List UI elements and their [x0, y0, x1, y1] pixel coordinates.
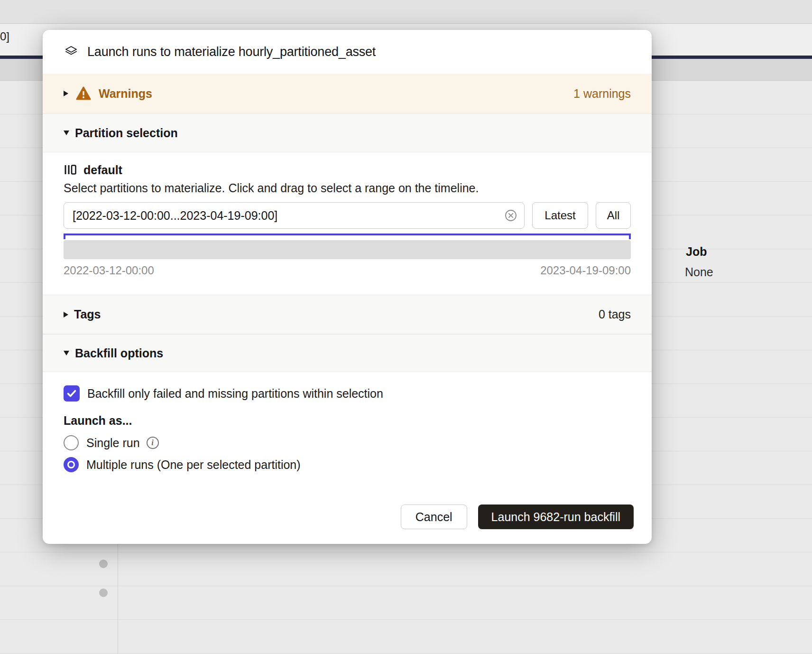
timeline-selection-bracket — [64, 234, 631, 239]
single-run-radio[interactable] — [64, 435, 79, 450]
chevron-right-icon — [64, 312, 68, 318]
single-run-label: Single run — [86, 436, 140, 450]
info-icon[interactable]: i — [147, 437, 159, 449]
backfill-only-failed-label: Backfill only failed and missing partiti… — [87, 387, 383, 401]
partition-dimension-icon — [64, 163, 77, 177]
partition-selection-controls: Latest All — [64, 202, 631, 229]
timeline-bar[interactable] — [64, 240, 631, 259]
partition-selection-section-header[interactable]: Partition selection — [43, 113, 652, 152]
backfill-only-failed-row: Backfill only failed and missing partiti… — [64, 385, 631, 402]
multiple-runs-option-row: Multiple runs (One per selected partitio… — [64, 457, 631, 472]
launch-backfill-dialog: Launch runs to materialize hourly_partit… — [43, 30, 652, 544]
multiple-runs-radio[interactable] — [64, 457, 79, 472]
warnings-count: 1 warnings — [573, 87, 631, 101]
dialog-header: Launch runs to materialize hourly_partit… — [43, 30, 652, 74]
backfill-options-content: Backfill only failed and missing partiti… — [43, 372, 652, 490]
background-row-dot — [99, 589, 108, 597]
partition-dimension-name: default — [83, 163, 122, 177]
timeline-range-labels: 2022-03-12-00:00 2023-04-19-09:00 — [64, 264, 631, 277]
timeline-start-label: 2022-03-12-00:00 — [64, 264, 154, 277]
backfill-options-section-header[interactable]: Backfill options — [43, 334, 652, 372]
backfill-options-label: Backfill options — [75, 346, 163, 360]
warning-triangle-icon — [76, 86, 91, 101]
background-job-value: None — [685, 265, 713, 279]
all-button[interactable]: All — [596, 202, 631, 229]
launch-as-label: Launch as... — [64, 414, 631, 429]
partition-selection-description: Select partitions to materialize. Click … — [64, 181, 631, 196]
warnings-label: Warnings — [99, 87, 152, 101]
asset-layers-icon — [64, 44, 79, 59]
background-row-dot — [99, 560, 108, 568]
clear-selection-icon[interactable] — [504, 208, 518, 223]
partition-selection-label: Partition selection — [75, 126, 178, 140]
tags-count: 0 tags — [599, 308, 631, 321]
partition-dimension-row: default — [64, 163, 631, 177]
partition-range-input-wrap — [64, 202, 525, 229]
tags-label: Tags — [74, 308, 101, 321]
latest-button[interactable]: Latest — [532, 202, 588, 229]
chevron-right-icon — [64, 91, 68, 96]
backfill-only-failed-checkbox[interactable] — [64, 385, 80, 402]
single-run-option-row: Single run i — [64, 435, 631, 450]
timeline-end-label: 2023-04-19-09:00 — [540, 264, 631, 277]
background-job-label: Job — [686, 245, 707, 259]
tags-section-header[interactable]: Tags 0 tags — [43, 295, 652, 334]
multiple-runs-label: Multiple runs (One per selected partitio… — [86, 458, 301, 472]
warnings-section-header[interactable]: Warnings 1 warnings — [43, 74, 652, 113]
partition-selection-content: default Select partitions to materialize… — [43, 152, 652, 295]
dialog-title: Launch runs to materialize hourly_partit… — [87, 45, 376, 59]
dialog-footer: Cancel Launch 9682-run backfill — [43, 490, 652, 544]
partition-range-input[interactable] — [64, 202, 525, 229]
cancel-button[interactable]: Cancel — [401, 505, 467, 529]
background-clipped-text: 0] — [0, 30, 9, 43]
background-top-row — [0, 0, 812, 24]
launch-backfill-button[interactable]: Launch 9682-run backfill — [478, 505, 634, 529]
chevron-down-icon — [64, 131, 69, 135]
chevron-down-icon — [64, 351, 69, 355]
